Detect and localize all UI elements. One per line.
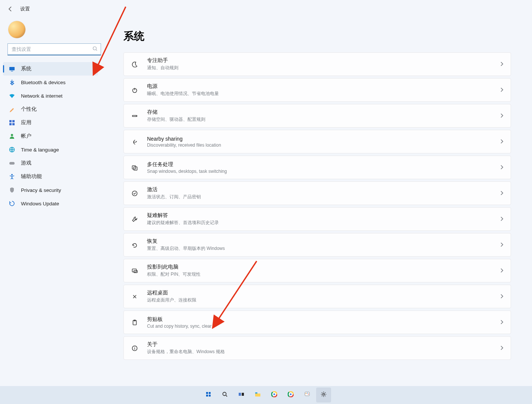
taskbar-paint[interactable]	[300, 388, 315, 403]
setting-desc: 睡眠、电池使用情况、节省电池电量	[147, 91, 499, 97]
setting-clipboard[interactable]: 剪贴板Cut and copy history, sync, clear	[123, 310, 511, 334]
setting-activation[interactable]: 激活激活状态、订阅、产品密钥	[123, 181, 511, 205]
svg-rect-24	[209, 392, 211, 394]
header: 设置	[0, 0, 532, 18]
sidebar-item-globe[interactable]: Time & language	[3, 143, 98, 156]
setting-recovery[interactable]: 恢复重置、高级启动、早期版本的 Windows	[123, 233, 511, 257]
chevron-right-icon	[499, 216, 504, 223]
search-icon	[222, 391, 228, 399]
gear-icon	[321, 391, 327, 399]
sidebar-item-gamepad[interactable]: 游戏	[3, 156, 98, 170]
setting-desc: 设备规格，重命名电脑、Windows 规格	[147, 349, 499, 355]
setting-title: 疑难解答	[147, 212, 499, 219]
taskview-icon	[238, 391, 244, 399]
bluetooth-icon	[9, 79, 15, 85]
setting-title: 电源	[147, 83, 499, 90]
apps-icon	[9, 120, 15, 126]
sidebar-item-accessibility[interactable]: 辅助功能	[3, 170, 98, 183]
taskbar-start[interactable]	[201, 388, 216, 403]
setting-project[interactable]: 投影到此电脑权限、配对 PIN、可发现性	[123, 259, 511, 282]
setting-title: 多任务处理	[147, 161, 499, 168]
taskbar-chrome1[interactable]	[267, 388, 282, 403]
moon-icon	[131, 60, 139, 68]
setting-desc: 通知、自动规则	[147, 65, 499, 71]
back-button[interactable]	[7, 5, 14, 13]
taskbar-settings[interactable]	[316, 388, 331, 403]
shield-icon	[9, 187, 15, 193]
sidebar-item-apps[interactable]: 应用	[3, 116, 98, 129]
brush-icon	[9, 106, 15, 112]
svg-point-22	[134, 347, 135, 348]
chevron-right-icon	[499, 138, 504, 145]
setting-title: 专注助手	[147, 57, 499, 64]
taskbar-search[interactable]	[217, 388, 232, 403]
setting-title: Nearby sharing	[147, 136, 499, 142]
header-title: 设置	[20, 6, 30, 12]
sidebar-item-wifi[interactable]: Network & internet	[3, 89, 98, 102]
chevron-right-icon	[499, 267, 504, 274]
taskbar-chrome2[interactable]	[283, 388, 298, 403]
setting-nearby[interactable]: Nearby sharingDiscoverability, received …	[123, 130, 511, 153]
chevron-right-icon	[499, 293, 504, 300]
person-icon	[9, 133, 15, 139]
sidebar-item-brush[interactable]: 个性化	[3, 102, 98, 116]
settings-list: 专注助手通知、自动规则电源睡眠、电池使用情况、节省电池电量存储存储空间、驱动器、…	[123, 52, 511, 360]
remote-icon	[131, 293, 139, 301]
sidebar-item-label: 系统	[21, 65, 31, 72]
setting-power[interactable]: 电源睡眠、电池使用情况、节省电池电量	[123, 78, 511, 102]
sidebar-item-bluetooth[interactable]: Bluetooth & devices	[3, 76, 98, 89]
sidebar-item-person[interactable]: 帐户	[3, 129, 98, 143]
taskbar-taskview[interactable]	[234, 388, 249, 403]
setting-troubleshoot[interactable]: 疑难解答建议的疑难解答、首选项和历史记录	[123, 207, 511, 231]
main-content: 系统 专注助手通知、自动规则电源睡眠、电池使用情况、节省电池电量存储存储空间、驱…	[106, 18, 532, 404]
svg-rect-5	[9, 123, 12, 125]
avatar[interactable]	[8, 21, 25, 38]
accessibility-icon	[9, 174, 15, 180]
setting-title: 激活	[147, 186, 499, 193]
setting-title: 远程桌面	[147, 290, 499, 296]
setting-title: 剪贴板	[147, 316, 499, 323]
svg-point-45	[307, 393, 308, 394]
paint-icon	[304, 391, 310, 399]
setting-title: 恢复	[147, 238, 499, 245]
chevron-right-icon	[499, 113, 504, 119]
chevron-right-icon	[499, 242, 504, 248]
sidebar-item-label: 应用	[21, 119, 31, 126]
setting-about[interactable]: 关于设备规格，重命名电脑、Windows 规格	[123, 336, 511, 360]
svg-rect-18	[134, 270, 137, 273]
sidebar-item-shield[interactable]: Privacy & security	[3, 183, 98, 197]
taskbar	[0, 386, 532, 404]
svg-rect-29	[242, 393, 244, 396]
storage-icon	[131, 112, 139, 120]
sidebar-item-update[interactable]: Windows Update	[3, 197, 98, 210]
wrench-icon	[131, 215, 139, 223]
svg-point-7	[11, 134, 13, 136]
setting-rdp[interactable]: 远程桌面远程桌面用户、连接权限	[123, 285, 511, 308]
search-input[interactable]	[7, 43, 101, 55]
setting-multitask[interactable]: 多任务处理Snap windows, desktops, task switch…	[123, 156, 511, 179]
chevron-right-icon	[499, 87, 504, 94]
sidebar-item-label: 个性化	[21, 106, 37, 113]
chrome-icon	[271, 391, 277, 399]
setting-focus[interactable]: 专注助手通知、自动规则	[123, 52, 511, 76]
setting-desc: 激活状态、订阅、产品密钥	[147, 194, 499, 200]
nav-list: 系统Bluetooth & devicesNetwork & internet个…	[3, 62, 106, 210]
svg-point-0	[93, 47, 97, 50]
chevron-right-icon	[499, 345, 504, 352]
svg-rect-30	[255, 392, 257, 394]
setting-title: 关于	[147, 341, 499, 348]
chevron-right-icon	[499, 61, 504, 68]
chevron-right-icon	[499, 164, 504, 171]
setting-desc: Cut and copy history, sync, clear	[147, 324, 499, 329]
explorer-icon	[255, 391, 261, 399]
sidebar: 系统Bluetooth & devicesNetwork & internet个…	[0, 18, 106, 404]
svg-rect-4	[12, 120, 15, 122]
search-icon	[92, 46, 98, 53]
svg-rect-1	[9, 67, 15, 70]
chevron-right-icon	[499, 190, 504, 197]
svg-rect-2	[11, 71, 13, 71]
multitask-icon	[131, 163, 139, 172]
taskbar-explorer[interactable]	[250, 388, 265, 403]
setting-storage[interactable]: 存储存储空间、驱动器、配置规则	[123, 104, 511, 128]
sidebar-item-monitor[interactable]: 系统	[3, 62, 98, 76]
